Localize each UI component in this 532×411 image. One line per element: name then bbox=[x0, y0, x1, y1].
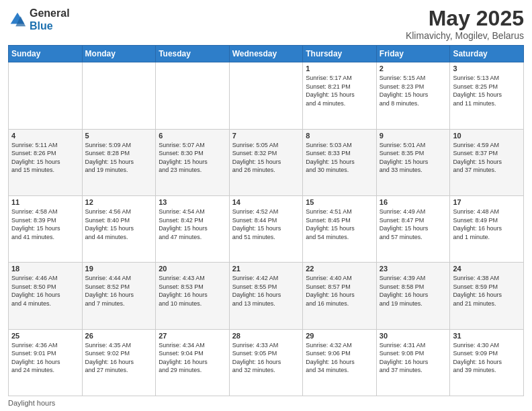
calendar-cell: 19Sunrise: 4:44 AM Sunset: 8:52 PM Dayli… bbox=[82, 263, 156, 329]
calendar-cell: 25Sunrise: 4:36 AM Sunset: 9:01 PM Dayli… bbox=[9, 329, 83, 396]
day-number: 18 bbox=[11, 265, 79, 273]
day-number: 8 bbox=[306, 132, 373, 140]
day-number: 30 bbox=[380, 332, 447, 340]
day-info: Sunrise: 4:59 AM Sunset: 8:37 PM Dayligh… bbox=[453, 141, 521, 175]
day-number: 19 bbox=[85, 265, 153, 273]
calendar-cell: 8Sunrise: 5:03 AM Sunset: 8:33 PM Daylig… bbox=[303, 129, 377, 195]
day-number: 27 bbox=[159, 332, 226, 340]
day-number: 28 bbox=[232, 332, 300, 340]
logo-icon bbox=[8, 10, 27, 29]
day-number: 20 bbox=[159, 265, 226, 273]
day-number: 15 bbox=[306, 198, 373, 206]
day-number: 9 bbox=[380, 132, 447, 140]
weekday-header-wednesday: Wednesday bbox=[229, 46, 303, 62]
calendar-cell: 21Sunrise: 4:42 AM Sunset: 8:55 PM Dayli… bbox=[229, 263, 303, 329]
day-info: Sunrise: 4:36 AM Sunset: 9:01 PM Dayligh… bbox=[11, 341, 79, 375]
calendar-cell: 31Sunrise: 4:30 AM Sunset: 9:09 PM Dayli… bbox=[450, 329, 524, 396]
calendar-cell: 4Sunrise: 5:11 AM Sunset: 8:26 PM Daylig… bbox=[9, 129, 83, 195]
day-info: Sunrise: 4:49 AM Sunset: 8:47 PM Dayligh… bbox=[380, 208, 447, 241]
day-info: Sunrise: 5:05 AM Sunset: 8:32 PM Dayligh… bbox=[232, 141, 300, 175]
weekday-header-row: SundayMondayTuesdayWednesdayThursdayFrid… bbox=[9, 46, 524, 62]
day-info: Sunrise: 4:43 AM Sunset: 8:53 PM Dayligh… bbox=[159, 274, 226, 308]
day-info: Sunrise: 4:42 AM Sunset: 8:55 PM Dayligh… bbox=[232, 274, 300, 308]
calendar-cell: 3Sunrise: 5:13 AM Sunset: 8:25 PM Daylig… bbox=[450, 62, 524, 129]
day-info: Sunrise: 4:40 AM Sunset: 8:57 PM Dayligh… bbox=[306, 274, 373, 308]
calendar-cell: 11Sunrise: 4:58 AM Sunset: 8:39 PM Dayli… bbox=[9, 195, 83, 262]
calendar-cell: 16Sunrise: 4:49 AM Sunset: 8:47 PM Dayli… bbox=[376, 195, 450, 262]
logo-blue-text: Blue bbox=[30, 20, 53, 32]
calendar-week-row: 11Sunrise: 4:58 AM Sunset: 8:39 PM Dayli… bbox=[9, 195, 524, 262]
calendar-cell: 27Sunrise: 4:34 AM Sunset: 9:04 PM Dayli… bbox=[156, 329, 230, 396]
weekday-header-sunday: Sunday bbox=[9, 46, 83, 62]
calendar-cell: 30Sunrise: 4:31 AM Sunset: 9:08 PM Dayli… bbox=[376, 329, 450, 396]
day-number: 26 bbox=[85, 332, 153, 340]
day-info: Sunrise: 5:09 AM Sunset: 8:28 PM Dayligh… bbox=[85, 141, 153, 175]
day-info: Sunrise: 4:30 AM Sunset: 9:09 PM Dayligh… bbox=[453, 341, 521, 375]
weekday-header-monday: Monday bbox=[82, 46, 156, 62]
day-info: Sunrise: 4:51 AM Sunset: 8:45 PM Dayligh… bbox=[306, 208, 373, 241]
calendar-cell: 17Sunrise: 4:48 AM Sunset: 8:49 PM Dayli… bbox=[450, 195, 524, 262]
day-number: 25 bbox=[11, 332, 79, 340]
day-info: Sunrise: 5:15 AM Sunset: 8:23 PM Dayligh… bbox=[380, 74, 447, 107]
weekday-header-friday: Friday bbox=[376, 46, 450, 62]
daylight-label: Daylight hours bbox=[8, 399, 55, 407]
calendar-cell: 29Sunrise: 4:32 AM Sunset: 9:06 PM Dayli… bbox=[303, 329, 377, 396]
day-number: 13 bbox=[159, 198, 226, 206]
header: General Blue May 2025 Klimavichy, Mogile… bbox=[8, 7, 524, 41]
day-number: 3 bbox=[453, 64, 521, 73]
day-number: 6 bbox=[159, 132, 226, 140]
day-number: 11 bbox=[11, 198, 79, 206]
calendar-cell: 13Sunrise: 4:54 AM Sunset: 8:42 PM Dayli… bbox=[156, 195, 230, 262]
day-number: 22 bbox=[306, 265, 373, 273]
calendar-cell: 5Sunrise: 5:09 AM Sunset: 8:28 PM Daylig… bbox=[82, 129, 156, 195]
calendar-cell: 26Sunrise: 4:35 AM Sunset: 9:02 PM Dayli… bbox=[82, 329, 156, 396]
day-number: 29 bbox=[306, 332, 373, 340]
day-info: Sunrise: 5:01 AM Sunset: 8:35 PM Dayligh… bbox=[380, 141, 447, 175]
calendar-cell: 24Sunrise: 4:38 AM Sunset: 8:59 PM Dayli… bbox=[450, 263, 524, 329]
calendar-cell: 12Sunrise: 4:56 AM Sunset: 8:40 PM Dayli… bbox=[82, 195, 156, 262]
day-info: Sunrise: 4:34 AM Sunset: 9:04 PM Dayligh… bbox=[159, 341, 226, 375]
day-number: 7 bbox=[232, 132, 300, 140]
title-block: May 2025 Klimavichy, Mogilev, Belarus bbox=[406, 7, 524, 41]
calendar-week-row: 25Sunrise: 4:36 AM Sunset: 9:01 PM Dayli… bbox=[9, 329, 524, 396]
day-info: Sunrise: 5:13 AM Sunset: 8:25 PM Dayligh… bbox=[453, 74, 521, 107]
calendar-cell: 6Sunrise: 5:07 AM Sunset: 8:30 PM Daylig… bbox=[156, 129, 230, 195]
calendar-week-row: 1Sunrise: 5:17 AM Sunset: 8:21 PM Daylig… bbox=[9, 62, 524, 129]
calendar-cell: 20Sunrise: 4:43 AM Sunset: 8:53 PM Dayli… bbox=[156, 263, 230, 329]
calendar-cell: 2Sunrise: 5:15 AM Sunset: 8:23 PM Daylig… bbox=[376, 62, 450, 129]
day-info: Sunrise: 4:32 AM Sunset: 9:06 PM Dayligh… bbox=[306, 341, 373, 375]
day-number: 21 bbox=[232, 265, 300, 273]
day-number: 14 bbox=[232, 198, 300, 206]
calendar-cell: 22Sunrise: 4:40 AM Sunset: 8:57 PM Dayli… bbox=[303, 263, 377, 329]
month-title: May 2025 bbox=[406, 7, 524, 30]
calendar-cell: 14Sunrise: 4:52 AM Sunset: 8:44 PM Dayli… bbox=[229, 195, 303, 262]
day-number: 4 bbox=[11, 132, 79, 140]
day-info: Sunrise: 5:17 AM Sunset: 8:21 PM Dayligh… bbox=[306, 74, 373, 107]
day-number: 10 bbox=[453, 132, 521, 140]
calendar-cell: 18Sunrise: 4:46 AM Sunset: 8:50 PM Dayli… bbox=[9, 263, 83, 329]
day-info: Sunrise: 4:56 AM Sunset: 8:40 PM Dayligh… bbox=[85, 208, 153, 241]
calendar-cell bbox=[82, 62, 156, 129]
day-number: 31 bbox=[453, 332, 521, 340]
day-info: Sunrise: 4:54 AM Sunset: 8:42 PM Dayligh… bbox=[159, 208, 226, 241]
day-number: 23 bbox=[380, 265, 447, 273]
day-info: Sunrise: 4:44 AM Sunset: 8:52 PM Dayligh… bbox=[85, 274, 153, 308]
location: Klimavichy, Mogilev, Belarus bbox=[406, 30, 524, 41]
day-info: Sunrise: 4:39 AM Sunset: 8:58 PM Dayligh… bbox=[380, 274, 447, 308]
day-info: Sunrise: 4:46 AM Sunset: 8:50 PM Dayligh… bbox=[11, 274, 79, 308]
calendar-cell: 23Sunrise: 4:39 AM Sunset: 8:58 PM Dayli… bbox=[376, 263, 450, 329]
day-number: 2 bbox=[380, 64, 447, 73]
day-number: 5 bbox=[85, 132, 153, 140]
day-info: Sunrise: 5:07 AM Sunset: 8:30 PM Dayligh… bbox=[159, 141, 226, 175]
calendar-cell: 7Sunrise: 5:05 AM Sunset: 8:32 PM Daylig… bbox=[229, 129, 303, 195]
calendar-table: SundayMondayTuesdayWednesdayThursdayFrid… bbox=[8, 45, 524, 396]
calendar-cell: 1Sunrise: 5:17 AM Sunset: 8:21 PM Daylig… bbox=[303, 62, 377, 129]
day-number: 24 bbox=[453, 265, 521, 273]
day-info: Sunrise: 4:38 AM Sunset: 8:59 PM Dayligh… bbox=[453, 274, 521, 308]
weekday-header-thursday: Thursday bbox=[303, 46, 377, 62]
day-info: Sunrise: 4:48 AM Sunset: 8:49 PM Dayligh… bbox=[453, 208, 521, 241]
calendar-cell bbox=[156, 62, 230, 129]
day-info: Sunrise: 4:33 AM Sunset: 9:05 PM Dayligh… bbox=[232, 341, 300, 375]
calendar-cell: 9Sunrise: 5:01 AM Sunset: 8:35 PM Daylig… bbox=[376, 129, 450, 195]
calendar-week-row: 18Sunrise: 4:46 AM Sunset: 8:50 PM Dayli… bbox=[9, 263, 524, 329]
